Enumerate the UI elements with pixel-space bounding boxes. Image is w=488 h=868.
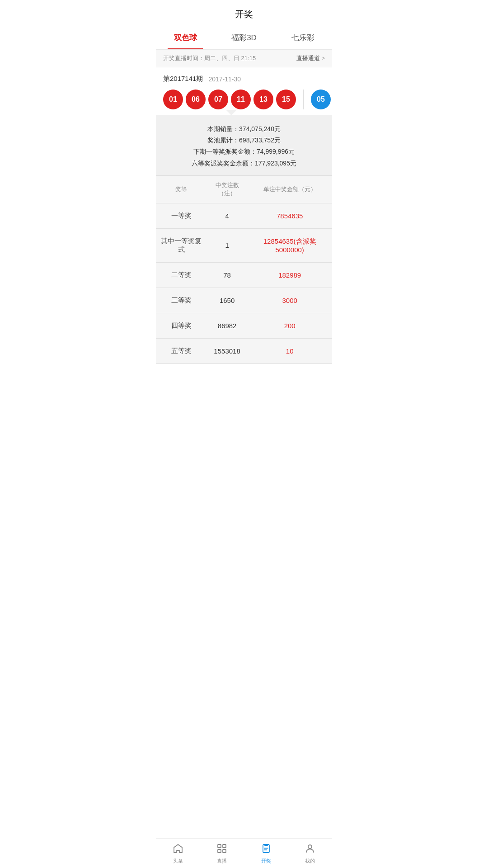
prize-amount-cell: 3000: [247, 288, 332, 313]
home-icon: [173, 843, 183, 856]
svg-rect-0: [218, 844, 221, 848]
prize-count-cell: 78: [207, 262, 247, 288]
prize-count-cell: 1: [207, 228, 247, 262]
nav-item-live[interactable]: 直播: [200, 839, 244, 868]
channel-link[interactable]: 直播通道 >: [296, 54, 325, 62]
schedule-label: 开奖直播时间：周二、四、日 21:15: [163, 54, 256, 62]
red-ball-6: 15: [276, 90, 296, 109]
prize-count-cell: 86982: [207, 313, 247, 338]
table-row: 五等奖155301810: [156, 338, 332, 363]
nav-label-live: 直播: [217, 858, 227, 864]
balls-container: 01 06 07 11 13 15 05: [163, 90, 331, 109]
svg-rect-2: [218, 849, 221, 853]
table-row: 三等奖16503000: [156, 288, 332, 313]
bottom-nav: 头条 直播 开奖: [156, 838, 332, 868]
table-row: 二等奖78182989: [156, 262, 332, 288]
stat-line-4: 六等奖派奖奖金余额：177,923,095元: [163, 158, 325, 169]
svg-point-7: [308, 845, 312, 849]
svg-rect-3: [223, 849, 226, 853]
prize-name-cell: 其中一等奖复式: [156, 228, 207, 262]
prize-amount-cell: 7854635: [247, 203, 332, 228]
prize-amount-cell: 200: [247, 313, 332, 338]
prize-count-cell: 1650: [207, 288, 247, 313]
balls-divider: [303, 90, 304, 109]
chevron-right-icon: >: [322, 55, 325, 61]
nav-label-headlines: 头条: [173, 858, 183, 864]
live-bar: 开奖直播时间：周二、四、日 21:15 直播通道 >: [156, 50, 332, 67]
draw-meta: 第2017141期 2017-11-30: [163, 75, 325, 83]
table-row: 其中一等奖复式112854635(含派奖5000000): [156, 228, 332, 262]
grid-icon: [216, 843, 227, 856]
red-ball-1: 01: [163, 90, 183, 109]
prize-name-cell: 三等奖: [156, 288, 207, 313]
stats-block: 本期销量：374,075,240元 奖池累计：698,733,752元 下期一等…: [156, 115, 332, 176]
prize-amount-cell: 10: [247, 338, 332, 363]
blue-ball: 05: [311, 90, 331, 109]
draw-balls-row: 01 06 07 11 13 15 05 ∧: [163, 89, 325, 110]
prize-count-cell: 4: [207, 203, 247, 228]
tab-bar: 双色球 福彩3D 七乐彩: [156, 26, 332, 50]
prize-amount-cell: 12854635(含派奖5000000): [247, 228, 332, 262]
col-header-prize-name: 奖等: [156, 176, 207, 203]
page-header: 开奖: [156, 0, 332, 26]
draw-date: 2017-11-30: [208, 75, 241, 83]
draw-section: 第2017141期 2017-11-30 01 06 07 11 13 15: [156, 67, 332, 110]
clipboard-icon: [261, 843, 272, 856]
stat-line-3: 下期一等奖派奖金额：74,999,996元: [163, 146, 325, 157]
col-header-count: 中奖注数（注）: [207, 176, 247, 203]
prize-count-cell: 1553018: [207, 338, 247, 363]
table-row: 一等奖47854635: [156, 203, 332, 228]
prize-name-cell: 四等奖: [156, 313, 207, 338]
red-ball-4: 11: [231, 90, 251, 109]
prize-name-cell: 一等奖: [156, 203, 207, 228]
col-header-amount: 单注中奖金额（元）: [247, 176, 332, 203]
draw-issue: 第2017141期: [163, 75, 203, 83]
stat-line-2: 奖池累计：698,733,752元: [163, 135, 325, 146]
red-ball-2: 06: [186, 90, 206, 109]
nav-label-lottery: 开奖: [261, 858, 271, 864]
prize-name-cell: 五等奖: [156, 338, 207, 363]
nav-item-mine[interactable]: 我的: [288, 839, 333, 868]
svg-rect-1: [223, 844, 226, 848]
red-ball-3: 07: [208, 90, 228, 109]
prize-table: 奖等 中奖注数（注） 单注中奖金额（元） 一等奖47854635其中一等奖复式1…: [156, 176, 332, 364]
nav-label-mine: 我的: [305, 858, 315, 864]
nav-item-headlines[interactable]: 头条: [156, 839, 200, 868]
stat-line-1: 本期销量：374,075,240元: [163, 123, 325, 135]
prize-amount-cell: 182989: [247, 262, 332, 288]
person-icon: [305, 843, 315, 856]
tab-qilecai[interactable]: 七乐彩: [273, 26, 332, 49]
details-panel: 本期销量：374,075,240元 奖池累计：698,733,752元 下期一等…: [156, 110, 332, 364]
table-row: 四等奖86982200: [156, 313, 332, 338]
page-title: 开奖: [235, 9, 253, 19]
prize-name-cell: 二等奖: [156, 262, 207, 288]
red-ball-5: 13: [253, 90, 273, 109]
tab-fucai3d[interactable]: 福彩3D: [215, 26, 273, 49]
tab-shuangseqiu[interactable]: 双色球: [156, 26, 215, 49]
nav-item-lottery[interactable]: 开奖: [244, 839, 288, 868]
